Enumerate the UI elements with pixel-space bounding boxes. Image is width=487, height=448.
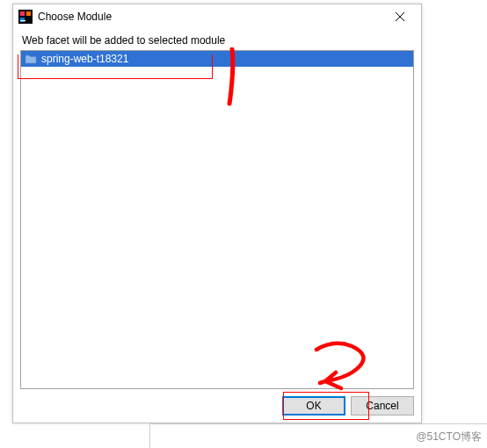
module-item[interactable]: spring-web-t18321: [21, 51, 413, 67]
intellij-icon: [18, 10, 33, 24]
svg-rect-3: [20, 18, 25, 22]
module-item-label: spring-web-t18321: [41, 53, 128, 65]
watermark-text: @51CTO博客: [416, 430, 482, 444]
ok-button[interactable]: OK: [282, 396, 345, 415]
close-icon: [396, 12, 404, 21]
module-list[interactable]: spring-web-t18321: [20, 50, 414, 389]
close-button[interactable]: [382, 6, 418, 27]
dialog-titlebar[interactable]: Choose Module: [13, 4, 421, 29]
dialog-subtitle: Web facet will be added to selected modu…: [13, 29, 421, 50]
background-edge: [149, 423, 487, 424]
dialog-button-row: OK Cancel: [282, 396, 414, 415]
svg-rect-4: [20, 20, 25, 21]
svg-rect-1: [20, 11, 25, 16]
cancel-button[interactable]: Cancel: [351, 396, 414, 415]
folder-icon: [25, 53, 37, 65]
dialog-title: Choose Module: [38, 11, 382, 23]
background-edge-vertical: [149, 423, 150, 448]
svg-rect-2: [26, 11, 31, 16]
choose-module-dialog: Choose Module Web facet will be added to…: [12, 4, 422, 423]
